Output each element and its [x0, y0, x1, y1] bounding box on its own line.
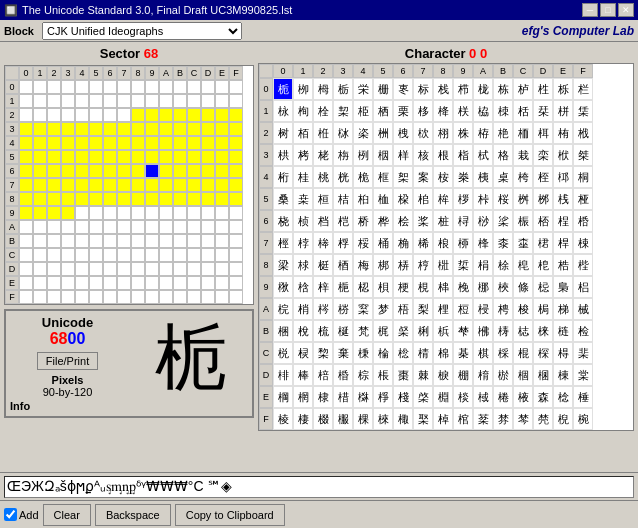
sg-cell[interactable]	[201, 80, 215, 94]
sg-cell[interactable]	[89, 276, 103, 290]
sg-cell[interactable]	[145, 94, 159, 108]
sg-cell[interactable]	[33, 164, 47, 178]
sg-cell[interactable]	[117, 108, 131, 122]
sg-cell[interactable]	[19, 206, 33, 220]
sg-cell[interactable]	[187, 108, 201, 122]
cg-cell[interactable]: 栂	[313, 78, 333, 100]
cg-cell[interactable]: 棥	[353, 386, 373, 408]
cg-cell[interactable]: 栟	[553, 100, 573, 122]
sg-cell[interactable]	[187, 122, 201, 136]
sg-cell[interactable]	[131, 276, 145, 290]
cg-cell[interactable]: 梛	[473, 276, 493, 298]
cg-cell[interactable]: 棾	[533, 408, 553, 430]
sg-cell[interactable]	[187, 94, 201, 108]
cg-cell[interactable]: 栨	[413, 122, 433, 144]
cg-cell[interactable]: 桎	[533, 166, 553, 188]
sg-cell[interactable]	[47, 262, 61, 276]
sg-cell[interactable]	[173, 178, 187, 192]
cg-cell[interactable]: 桋	[473, 166, 493, 188]
cg-cell[interactable]: 样	[393, 144, 413, 166]
sg-cell[interactable]	[145, 276, 159, 290]
cg-cell[interactable]: 梁	[273, 254, 293, 276]
sg-cell[interactable]	[47, 248, 61, 262]
sg-cell[interactable]	[89, 192, 103, 206]
cg-cell[interactable]: 梔	[333, 276, 353, 298]
cg-cell[interactable]: 梴	[333, 320, 353, 342]
sg-cell[interactable]	[173, 262, 187, 276]
cg-cell[interactable]: 桩	[433, 210, 453, 232]
sg-cell[interactable]	[215, 290, 229, 304]
sg-cell[interactable]	[19, 248, 33, 262]
sg-cell[interactable]	[75, 178, 89, 192]
cg-cell[interactable]: 梤	[333, 298, 353, 320]
sg-cell[interactable]	[145, 206, 159, 220]
sg-cell[interactable]	[173, 150, 187, 164]
cg-cell[interactable]: 桝	[513, 188, 533, 210]
cg-cell[interactable]: 椀	[573, 408, 593, 430]
cg-cell[interactable]: 棼	[493, 408, 513, 430]
sg-cell[interactable]	[215, 136, 229, 150]
sg-cell[interactable]	[215, 94, 229, 108]
cg-cell[interactable]: 桙	[433, 188, 453, 210]
cg-cell[interactable]: 桳	[313, 232, 333, 254]
cg-cell[interactable]: 桅	[353, 166, 373, 188]
sg-cell[interactable]	[61, 80, 75, 94]
cg-cell[interactable]: 栏	[573, 78, 593, 100]
cg-cell[interactable]: 桑	[273, 188, 293, 210]
sg-cell[interactable]	[19, 234, 33, 248]
sg-cell[interactable]	[33, 136, 47, 150]
sg-cell[interactable]	[201, 248, 215, 262]
cg-cell[interactable]: 栅	[373, 78, 393, 100]
cg-cell[interactable]: 桱	[273, 232, 293, 254]
cg-cell[interactable]: 桗	[393, 188, 413, 210]
sg-cell[interactable]	[89, 178, 103, 192]
cg-cell[interactable]: 桚	[453, 188, 473, 210]
cg-cell[interactable]: 桧	[393, 210, 413, 232]
cg-cell[interactable]: 棽	[513, 408, 533, 430]
cg-cell[interactable]: 栬	[493, 122, 513, 144]
cg-cell[interactable]: 梉	[433, 254, 453, 276]
cg-cell[interactable]: 梫	[473, 298, 493, 320]
cg-cell[interactable]: 检	[573, 320, 593, 342]
sg-cell[interactable]	[47, 220, 61, 234]
sg-cell[interactable]	[173, 80, 187, 94]
cg-cell[interactable]: 棝	[513, 364, 533, 386]
sg-cell[interactable]	[229, 94, 243, 108]
cg-cell[interactable]: 桞	[533, 188, 553, 210]
cg-cell[interactable]: 棟	[553, 364, 573, 386]
sg-cell[interactable]	[103, 262, 117, 276]
cg-cell[interactable]: 栳	[313, 144, 333, 166]
sg-cell[interactable]	[229, 262, 243, 276]
cg-cell[interactable]: 栛	[473, 100, 493, 122]
sg-cell[interactable]	[117, 94, 131, 108]
sg-cell[interactable]	[117, 122, 131, 136]
sg-cell[interactable]	[131, 234, 145, 248]
sg-cell[interactable]	[229, 290, 243, 304]
cg-cell[interactable]: 梗	[393, 276, 413, 298]
sg-cell[interactable]	[145, 248, 159, 262]
sg-cell[interactable]	[33, 290, 47, 304]
cg-cell[interactable]: 棛	[473, 364, 493, 386]
clear-button[interactable]: Clear	[43, 504, 91, 526]
cg-cell[interactable]: 梄	[333, 254, 353, 276]
cg-cell[interactable]: 桜	[493, 188, 513, 210]
sg-cell[interactable]	[75, 234, 89, 248]
sg-cell[interactable]	[131, 164, 145, 178]
sg-cell[interactable]	[89, 290, 103, 304]
sg-cell[interactable]	[103, 234, 117, 248]
cg-cell[interactable]: 械	[573, 298, 593, 320]
sg-cell[interactable]	[61, 248, 75, 262]
cg-cell[interactable]: 森	[533, 386, 553, 408]
sg-cell[interactable]	[117, 290, 131, 304]
cg-cell[interactable]: 栠	[573, 100, 593, 122]
sg-cell[interactable]	[201, 164, 215, 178]
sg-cell[interactable]	[145, 234, 159, 248]
cg-cell[interactable]: 栋	[493, 78, 513, 100]
sg-cell[interactable]	[89, 136, 103, 150]
sg-cell[interactable]	[117, 276, 131, 290]
cg-cell[interactable]: 栞	[533, 100, 553, 122]
sg-cell[interactable]	[33, 220, 47, 234]
sg-cell[interactable]	[173, 290, 187, 304]
sg-cell[interactable]	[215, 80, 229, 94]
sg-cell[interactable]	[61, 290, 75, 304]
